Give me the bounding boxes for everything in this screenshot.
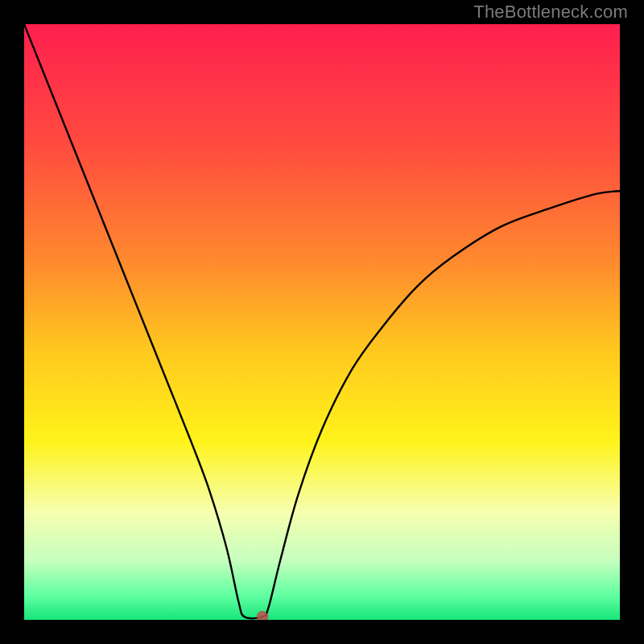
bottleneck-chart: [24, 24, 620, 620]
gradient-background: [24, 24, 620, 620]
chart-frame: TheBottleneck.com: [0, 0, 644, 644]
plot-area: [24, 24, 620, 620]
watermark-text: TheBottleneck.com: [473, 2, 628, 23]
